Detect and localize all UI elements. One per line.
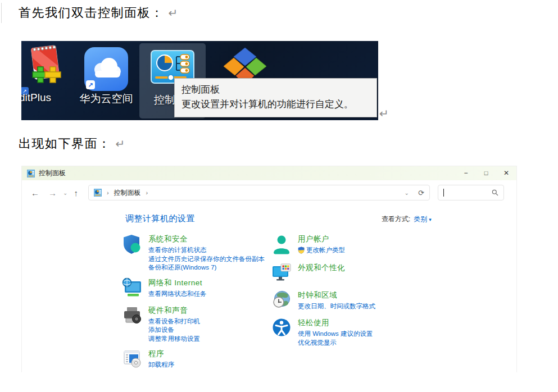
category-link[interactable]: 查看网络状态和任务 (148, 290, 207, 299)
text-caret (443, 189, 444, 197)
category-title[interactable]: 时钟和区域 (298, 290, 375, 300)
category-link[interactable]: 查看你的计算机状态 (148, 246, 265, 255)
category-link[interactable]: 更改帐户类型 (298, 246, 345, 255)
address-dropdown-chevron-icon[interactable]: ⌄ (405, 190, 409, 196)
category-link[interactable]: 添加设备 (148, 326, 200, 335)
tooltip-title: 控制面板 (182, 83, 370, 97)
view-by-caret-icon[interactable]: ▾ (429, 217, 432, 222)
tooltip-text: 更改设置并对计算机的功能进行自定义。 (182, 97, 370, 112)
category-title[interactable]: 轻松使用 (298, 318, 373, 328)
category-link[interactable]: 查看设备和打印机 (148, 317, 200, 326)
paragraph-return-icon: ↵ (116, 138, 125, 150)
editplus-icon[interactable]: ↗ (24, 43, 67, 88)
address-toolbar: ← → ⌄ ↑ › 控制面板 › ⌄ (22, 180, 516, 200)
window-title: 控制面板 (39, 168, 66, 178)
category-link[interactable]: 优化视觉显示 (298, 339, 373, 348)
paragraph-2-text: 出现如下界面： (19, 136, 111, 151)
view-by-value[interactable]: 类别 (414, 215, 427, 223)
breadcrumb-item-control-panel[interactable]: 控制面板 (114, 188, 141, 198)
category-clock-region: 时钟和区域 更改日期、时间或数字格式 (271, 289, 422, 312)
minimize-button[interactable]: − (456, 166, 476, 180)
control-panel-tooltip: 控制面板 更改设置并对计算机的功能进行自定义。 (174, 78, 377, 117)
category-user-accounts: 用户帐户 更改帐户类型 (271, 233, 422, 257)
search-icon (492, 189, 498, 196)
user-accounts-icon[interactable] (271, 233, 293, 257)
categories-right-column: 用户帐户 更改帐户类型 (271, 233, 422, 352)
ease-of-access-icon[interactable] (271, 317, 293, 347)
huawei-cloud-label: 华为云空间 (78, 92, 134, 106)
category-title[interactable]: 外观和个性化 (298, 263, 345, 273)
category-network-internet: 网络和 Internet 查看网络状态和任务 (122, 277, 273, 300)
breadcrumb-separator: › (107, 189, 109, 196)
editplus-label: ditPlus (21, 92, 51, 104)
address-bar-right: ⌄ ⟳ (405, 189, 424, 197)
huawei-cloud-icon[interactable]: ↗ (84, 47, 128, 91)
category-programs: 程序 卸载程序 (122, 348, 273, 371)
window-titlebar: 控制面板 − □ ✕ (22, 166, 516, 180)
categories-left-column: 系统和安全 查看你的计算机状态 通过文件历史记录保存你的文件备份副本 备份和还原… (122, 233, 273, 375)
breadcrumb-separator[interactable]: › (146, 189, 148, 196)
category-appearance-personalization: 外观和个性化 (271, 262, 422, 285)
printer-sound-icon[interactable] (122, 304, 143, 344)
category-link[interactable]: 通过文件历史记录保存你的文件备份副本 (148, 255, 265, 264)
up-button[interactable]: ↑ (74, 188, 78, 198)
system-security-shield-icon[interactable] (122, 233, 143, 272)
breadcrumb-control-panel-icon (94, 189, 102, 197)
back-button[interactable]: ← (31, 188, 39, 198)
paragraph-return-icon: ↵ (169, 7, 178, 19)
uac-shield-icon (298, 247, 305, 254)
category-system-security: 系统和安全 查看你的计算机状态 通过文件历史记录保存你的文件备份副本 备份和还原… (122, 233, 273, 272)
desktop-screenshot: ↗ ditPlus ↗ 华为云空间 (21, 41, 378, 120)
forward-button[interactable]: → (48, 188, 57, 198)
text-boundary-line (1, 3, 2, 23)
category-link[interactable]: 使用 Windows 建议的设置 (298, 330, 373, 339)
category-hardware-sound: 硬件和声音 查看设备和打印机 添加设备 调整常用移动设置 (122, 304, 273, 344)
programs-icon[interactable] (122, 348, 143, 371)
view-by-label: 查看方式: (382, 215, 410, 223)
category-ease-of-access: 轻松使用 使用 Windows 建议的设置 优化视觉显示 (271, 317, 422, 347)
maximize-button[interactable]: □ (476, 166, 496, 180)
search-input[interactable] (438, 185, 504, 200)
control-panel-label: 控制 (154, 93, 175, 107)
clock-region-icon[interactable] (271, 289, 293, 312)
breadcrumb: › 控制面板 › (94, 188, 405, 198)
category-title[interactable]: 网络和 Internet (148, 278, 207, 288)
page-title: 调整计算机的设置 (125, 213, 195, 224)
address-bar[interactable]: › 控制面板 › ⌄ ⟳ (88, 185, 430, 200)
document-page: 首先我们双击控制面板：↵ (0, 0, 558, 392)
category-title[interactable]: 系统和安全 (148, 234, 265, 244)
paragraph-1-text: 首先我们双击控制面板： (19, 6, 164, 20)
network-internet-icon[interactable] (122, 277, 143, 300)
recent-pages-chevron-icon[interactable]: ⌄ (63, 190, 67, 196)
category-title[interactable]: 用户帐户 (298, 234, 345, 244)
window-titlebar-icon (27, 170, 35, 177)
appearance-icon[interactable] (271, 262, 293, 285)
category-link[interactable]: 备份和还原(Windows 7) (148, 263, 265, 272)
category-link[interactable]: 卸载程序 (148, 361, 174, 370)
shortcut-arrow-icon: ↗ (86, 80, 95, 89)
category-link[interactable]: 更改日期、时间或数字格式 (298, 302, 375, 311)
paragraph-1: 首先我们双击控制面板：↵ (19, 4, 178, 21)
refresh-icon[interactable]: ⟳ (418, 189, 424, 197)
paragraph-2: 出现如下界面：↵ (19, 135, 125, 152)
category-link[interactable]: 调整常用移动设置 (148, 335, 200, 344)
close-button[interactable]: ✕ (496, 166, 516, 180)
view-by-control: 查看方式:类别▾ (382, 215, 432, 224)
category-title[interactable]: 程序 (148, 349, 174, 359)
image-return-icon: ↵ (379, 107, 389, 120)
window-controls: − □ ✕ (456, 166, 516, 180)
control-panel-window: 控制面板 − □ ✕ ← → ⌄ ↑ (21, 166, 517, 372)
category-title[interactable]: 硬件和声音 (148, 306, 200, 316)
